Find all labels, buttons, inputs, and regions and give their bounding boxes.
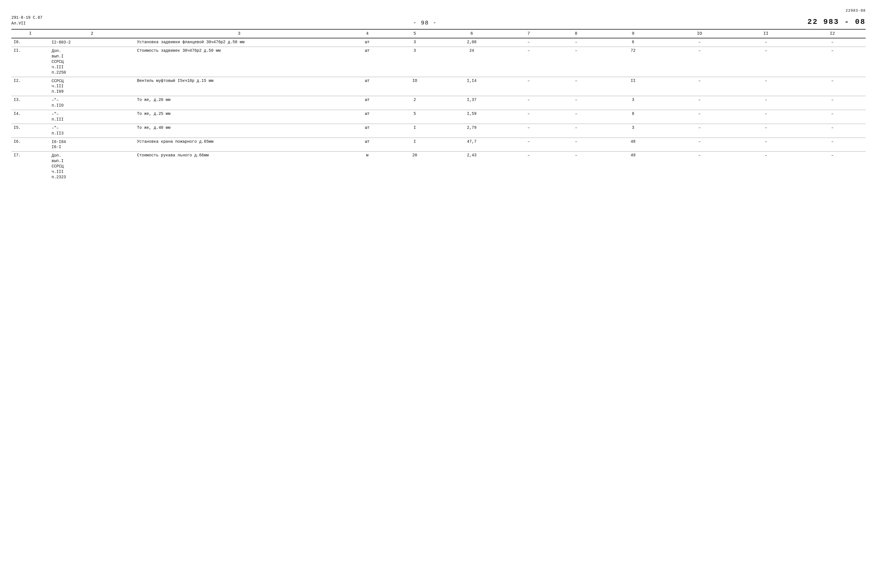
cell-7-7: –	[552, 152, 600, 182]
cell-0-6: –	[505, 38, 552, 46]
cell-0-9: –	[666, 38, 733, 46]
cell-3-6: –	[505, 96, 552, 110]
cell-6-2: Установка крана пожарного д.65мм	[135, 138, 344, 152]
table-row: II.Доп.вып.IССРСЦч.IIIп.2250Стоимость за…	[11, 47, 866, 77]
cell-2-8: II	[600, 77, 666, 96]
cell-1-4: 3	[391, 47, 439, 77]
cell-4-4: 5	[391, 110, 439, 124]
cell-4-6: –	[505, 110, 552, 124]
table-row: I3.–"–п.IIOТо же, д.20 ммшт2I,37––3–––	[11, 96, 866, 110]
col-header-4: 4	[344, 29, 391, 38]
header-block: 291·8·19 С.87 Ал.VII - 98 - 22 983 - 08	[11, 15, 866, 26]
cell-7-9: –	[666, 152, 733, 182]
cell-6-3: шт	[344, 138, 391, 152]
cell-3-1: –"–п.IIO	[49, 96, 135, 110]
table-row: I5.–"–п.II3То же, д.40 ммштI2,79––3–––	[11, 124, 866, 138]
cell-2-1: ССРСЦч.IIIп.I09	[49, 77, 135, 96]
cell-6-0: I6.	[11, 138, 49, 152]
table-row: I6.I6-I84I6-IУстановка крана пожарного д…	[11, 138, 866, 152]
cell-4-10: –	[733, 110, 799, 124]
cell-6-6: –	[505, 138, 552, 152]
cell-2-9: –	[666, 77, 733, 96]
cell-0-10: –	[733, 38, 799, 46]
col-header-12: I2	[799, 29, 866, 38]
cell-3-0: I3.	[11, 96, 49, 110]
cell-1-10: –	[733, 47, 799, 77]
cell-3-2: То же, д.20 мм	[135, 96, 344, 110]
cell-3-11: –	[799, 96, 866, 110]
cell-4-3: шт	[344, 110, 391, 124]
cell-1-3: шт	[344, 47, 391, 77]
cell-4-5: I,59	[438, 110, 505, 124]
cell-0-8: 6	[600, 38, 666, 46]
header-left: 291·8·19 С.87 Ал.VII	[11, 15, 42, 26]
col-header-7: 7	[505, 29, 552, 38]
cell-0-5: 2,08	[438, 38, 505, 46]
cell-7-1: Доп.вып.IССРСЦч.IIIп.2323	[49, 152, 135, 182]
header-center: - 98 -	[413, 20, 437, 26]
cell-6-5: 47,7	[438, 138, 505, 152]
cell-1-2: Стоимость задвижек 30ч476р2 д.50 мм	[135, 47, 344, 77]
cell-7-0: I7.	[11, 152, 49, 182]
cell-1-8: 72	[600, 47, 666, 77]
cell-0-7: –	[552, 38, 600, 46]
cell-5-9: –	[666, 124, 733, 138]
col-header-3: 3	[135, 29, 344, 38]
cell-1-5: 24	[438, 47, 505, 77]
cell-6-10: –	[733, 138, 799, 152]
col-header-9: 9	[600, 29, 666, 38]
cell-6-4: I	[391, 138, 439, 152]
cell-3-10: –	[733, 96, 799, 110]
col-header-5: 5	[391, 29, 439, 38]
cell-1-9: –	[666, 47, 733, 77]
cell-4-8: 8	[600, 110, 666, 124]
cell-0-4: 3	[391, 38, 439, 46]
cell-3-4: 2	[391, 96, 439, 110]
cell-5-4: I	[391, 124, 439, 138]
header-right: 22 983 - 08	[807, 18, 866, 26]
main-table: I 2 3 4 5 6 7 8 9 IO II I2 I0.I2-803-2Ус…	[11, 29, 866, 182]
cell-2-5: I,I4	[438, 77, 505, 96]
cell-5-1: –"–п.II3	[49, 124, 135, 138]
cell-2-2: Вентиль муфтовый I5кч18р д.15 мм	[135, 77, 344, 96]
cell-7-5: 2,43	[438, 152, 505, 182]
cell-4-1: –"–п.III	[49, 110, 135, 124]
cell-7-6: –	[505, 152, 552, 182]
cell-1-7: –	[552, 47, 600, 77]
cell-6-7: –	[552, 138, 600, 152]
cell-7-8: 49	[600, 152, 666, 182]
col-header-2: 2	[49, 29, 135, 38]
cell-5-3: шт	[344, 124, 391, 138]
cell-1-0: II.	[11, 47, 49, 77]
cell-2-10: –	[733, 77, 799, 96]
table-row: I0.I2-803-2Установка задвижки фланцевой …	[11, 38, 866, 46]
cell-1-11: –	[799, 47, 866, 77]
cell-0-3: шт	[344, 38, 391, 46]
cell-7-2: Стоимость рукава льного д.66мм	[135, 152, 344, 182]
table-header-row: I 2 3 4 5 6 7 8 9 IO II I2	[11, 29, 866, 38]
cell-5-2: То же, д.40 мм	[135, 124, 344, 138]
cell-3-9: –	[666, 96, 733, 110]
cell-3-7: –	[552, 96, 600, 110]
cell-6-8: 48	[600, 138, 666, 152]
cell-2-4: IO	[391, 77, 439, 96]
table-row: I2.ССРСЦч.IIIп.I09Вентиль муфтовый I5кч1…	[11, 77, 866, 96]
col-header-6: 6	[438, 29, 505, 38]
cell-2-7: –	[552, 77, 600, 96]
cell-3-8: 3	[600, 96, 666, 110]
cell-5-5: 2,79	[438, 124, 505, 138]
cell-6-11: –	[799, 138, 866, 152]
cell-4-7: –	[552, 110, 600, 124]
table-row: I7.Доп.вып.IССРСЦч.IIIп.2323Стоимость ру…	[11, 152, 866, 182]
cell-2-0: I2.	[11, 77, 49, 96]
cell-1-1: Доп.вып.IССРСЦч.IIIп.2250	[49, 47, 135, 77]
cell-4-0: I4.	[11, 110, 49, 124]
cell-5-8: 3	[600, 124, 666, 138]
cell-0-0: I0.	[11, 38, 49, 46]
cell-4-11: –	[799, 110, 866, 124]
col-header-1: I	[11, 29, 49, 38]
cell-5-11: –	[799, 124, 866, 138]
cell-2-11: –	[799, 77, 866, 96]
cell-7-3: м	[344, 152, 391, 182]
cell-5-0: I5.	[11, 124, 49, 138]
